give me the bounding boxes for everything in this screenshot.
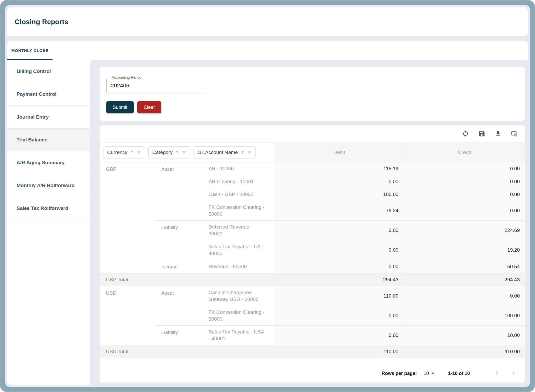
- sidebar-item-label: Journal Entry: [17, 114, 49, 120]
- currency-group-cell: GBP: [100, 162, 155, 273]
- table-row: IncomeRevenue - 600000.0050.54: [100, 260, 525, 273]
- category-group-cell: Asset: [155, 162, 202, 220]
- category-group-cell: Liability: [155, 325, 202, 345]
- sidebar-item-label: Monthly A/R Rollforward: [17, 183, 75, 188]
- main-panel: MONTHLY CLOSE Billing Control Payment Co…: [7, 41, 528, 385]
- app-background: Closing Reports MONTHLY CLOSE Billing Co…: [5, 5, 530, 387]
- download-button[interactable]: [494, 130, 502, 138]
- trial-balance-table-card: Currency Category: [100, 125, 525, 383]
- save-button[interactable]: [478, 130, 486, 138]
- sidebar-item-billing-control[interactable]: Billing Control: [7, 60, 90, 83]
- refresh-button[interactable]: [461, 130, 469, 138]
- total-label-cell: USD Total: [100, 345, 275, 358]
- sidebar: Billing Control Payment Control Journal …: [7, 60, 90, 385]
- column-chip-label: Category: [152, 150, 173, 155]
- sidebar-item-payment-control[interactable]: Payment Control: [7, 83, 90, 106]
- credit-cell: 0.00: [404, 175, 525, 188]
- sidebar-item-sales-tax-rollforward[interactable]: Sales Tax Rollforward: [7, 197, 90, 220]
- view-columns-button[interactable]: [510, 130, 518, 138]
- debit-cell: 110.00: [275, 286, 404, 306]
- column-chip-currency[interactable]: Currency: [103, 146, 145, 158]
- total-credit-cell: 110.00: [404, 345, 525, 358]
- account-cell: Sales Tax Payable - UK - 40000: [202, 240, 275, 260]
- page-range-label: 1-10 of 10: [448, 371, 470, 376]
- chevron-right-icon: [511, 370, 516, 377]
- sidebar-item-ar-aging-summary[interactable]: A/R Aging Summary: [7, 151, 90, 174]
- filter-icon[interactable]: [247, 151, 252, 154]
- debit-cell: 0.00: [275, 325, 404, 345]
- total-debit-cell: 294.43: [275, 273, 404, 286]
- tab-monthly-close[interactable]: MONTHLY CLOSE: [7, 41, 53, 60]
- previous-page-button[interactable]: [491, 368, 502, 379]
- category-group-cell: Income: [155, 260, 202, 273]
- pagination-bar: Rows per page: 10 1-10 of 10: [100, 364, 525, 383]
- account-cell: Revenue - 60000: [202, 260, 275, 273]
- debit-cell: 0.00: [275, 175, 404, 188]
- sort-asc-icon[interactable]: [130, 150, 134, 155]
- total-row: USD Total110.00110.00: [100, 345, 525, 358]
- account-cell: Cash at Chargebee Gateway USD - 20005: [202, 286, 275, 306]
- download-icon: [495, 130, 502, 138]
- total-row: GBP Total294.43294.43: [100, 273, 525, 286]
- credit-cell: 0.00: [404, 201, 525, 220]
- table-row: LiabilityDeferred Revenue - 300000.00224…: [100, 220, 525, 240]
- account-cell: AR Clearing - 10001: [202, 175, 275, 188]
- filter-form-card: Accounting Period Submit Clear: [100, 67, 525, 121]
- credit-cell: 224.69: [404, 220, 525, 240]
- rows-per-page-value: 10: [424, 371, 429, 376]
- table-header-row: Currency Category: [100, 143, 525, 162]
- accounting-period-input[interactable]: [106, 78, 204, 93]
- debit-cell: 79.24: [275, 201, 404, 220]
- credit-cell: 19.20: [404, 240, 525, 260]
- form-buttons: Submit Clear: [106, 101, 518, 113]
- credit-cell: 100.00: [404, 306, 525, 325]
- table-row: LiabilitySales Tax Payable - USA - 40001…: [100, 325, 525, 345]
- group-header-panel: Currency Category: [100, 143, 275, 162]
- account-cell: AR - 10000: [202, 162, 275, 175]
- debit-cell: 0.00: [275, 260, 404, 273]
- rows-per-page-label: Rows per page:: [382, 371, 417, 376]
- filter-icon[interactable]: [137, 151, 141, 154]
- sort-asc-icon[interactable]: [241, 150, 245, 155]
- submit-button[interactable]: Submit: [106, 101, 134, 113]
- credit-column-header: Credit: [404, 143, 525, 162]
- column-chip-gl-account-name[interactable]: GL Account Name: [194, 146, 255, 158]
- credit-cell: 10.00: [404, 325, 525, 345]
- credit-cell: 0.00: [404, 188, 525, 201]
- account-cell: FX Conversion Clearing - 50000: [202, 201, 275, 220]
- debit-cell: 100.00: [275, 188, 404, 201]
- accounting-period-label: Accounting Period: [110, 75, 143, 80]
- tab-bar: MONTHLY CLOSE: [7, 41, 528, 60]
- sidebar-item-label: A/R Aging Summary: [17, 160, 65, 166]
- debit-cell: 0.00: [275, 306, 404, 325]
- table-row: GBPAssetAR - 10000115.190.00: [100, 162, 525, 175]
- column-chip-category[interactable]: Category: [148, 146, 190, 158]
- sidebar-item-monthly-ar-rollforward[interactable]: Monthly A/R Rollforward: [7, 174, 90, 197]
- sidebar-item-journal-entry[interactable]: Journal Entry: [7, 106, 90, 129]
- window-frame: Closing Reports MONTHLY CLOSE Billing Co…: [0, 0, 535, 392]
- chevron-left-icon: [494, 370, 500, 377]
- tab-label: MONTHLY CLOSE: [11, 48, 48, 53]
- save-icon: [478, 130, 485, 138]
- debit-column-header: Debit: [275, 143, 404, 162]
- column-chip-label: Currency: [107, 150, 127, 155]
- sidebar-item-label: Trial Balance: [17, 137, 47, 143]
- rows-per-page-select[interactable]: 10: [424, 371, 434, 376]
- chevron-down-icon: [431, 373, 434, 374]
- clear-button[interactable]: Clear: [137, 101, 161, 113]
- category-group-cell: Asset: [155, 286, 202, 325]
- total-credit-cell: 294.43: [404, 273, 525, 286]
- account-cell: Deferred Revenue - 30000: [202, 220, 275, 240]
- currency-group-cell: USD: [100, 286, 155, 345]
- view-columns-icon: [511, 130, 518, 138]
- credit-cell: 0.00: [404, 162, 525, 175]
- table-row: USDAssetCash at Chargebee Gateway USD - …: [100, 286, 525, 306]
- account-cell: Sales Tax Payable - USA - 40001: [202, 325, 275, 345]
- next-page-button[interactable]: [508, 368, 519, 379]
- accounting-period-field-wrap: Accounting Period: [106, 78, 204, 93]
- sort-asc-icon[interactable]: [175, 150, 179, 155]
- debit-cell: 115.19: [275, 162, 404, 175]
- filter-icon[interactable]: [182, 151, 186, 154]
- sidebar-item-trial-balance[interactable]: Trial Balance: [7, 129, 90, 151]
- sidebar-item-label: Billing Control: [17, 68, 51, 74]
